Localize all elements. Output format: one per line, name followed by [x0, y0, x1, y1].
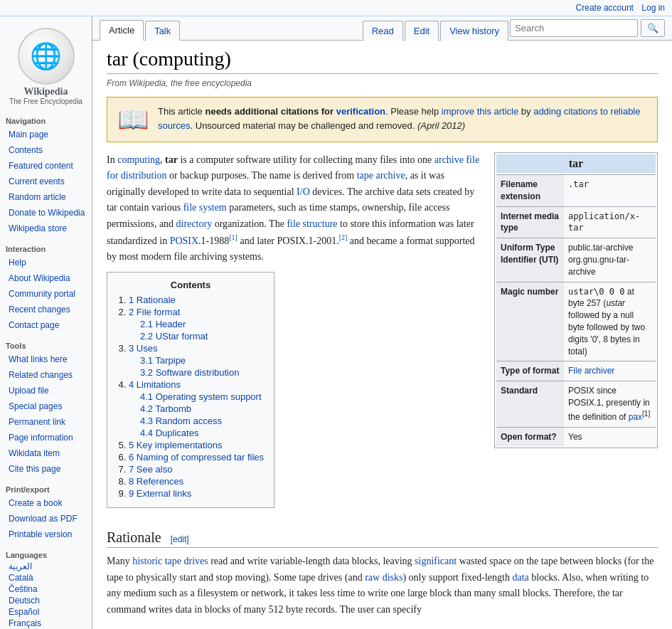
- toc-item-2-2: 2.2 UStar format: [140, 331, 264, 342]
- toc-item-4-3: 4.3 Random access: [140, 416, 264, 426]
- toc-item-2: 2 File format 2.1 Header 2.2 UStar forma…: [129, 307, 264, 342]
- sidebar-item-about[interactable]: About Wikipedia: [0, 270, 92, 286]
- nav-section-title: Navigation: [0, 114, 92, 127]
- lang-deutsch[interactable]: Deutsch: [0, 595, 92, 606]
- sidebar-item-special[interactable]: Special pages: [0, 398, 92, 414]
- toc-item-4-2: 4.2 Tarbomb: [140, 403, 264, 414]
- wikipedia-logo: 🌐: [18, 28, 75, 85]
- toc-list: 1 Rationale 2 File format 2.1 Header 2.2…: [129, 295, 264, 499]
- nav-section: Navigation Main page Contents Featured c…: [0, 114, 92, 236]
- search-input[interactable]: [510, 19, 638, 37]
- wiki-name: Wikipedia: [3, 86, 89, 97]
- lang-francais[interactable]: Français: [0, 618, 92, 629]
- sidebar-logo: 🌐 Wikipedia The Free Encyclopedia: [0, 22, 92, 108]
- sidebar-item-wikidata[interactable]: Wikidata item: [0, 445, 92, 461]
- infobox-row-magic: Magic number ustar\0 0 0 at byte 257 (us…: [496, 282, 656, 361]
- toc-item-3: 3 Uses 3.1 Tarpipe 3.2 Software distribu…: [129, 343, 264, 378]
- sidebar-item-random[interactable]: Random article: [0, 189, 92, 205]
- article: tar (computing) From Wikipedia, the free…: [92, 41, 672, 629]
- infobox-row-type: Type of format File archiver: [496, 361, 656, 381]
- search-bar: 🔍: [510, 16, 665, 40]
- sidebar-item-upload[interactable]: Upload file: [0, 383, 92, 398]
- tab-talk[interactable]: Talk: [145, 21, 180, 41]
- infobox-row-open: Open format? Yes: [496, 427, 656, 447]
- tab-view-history[interactable]: View history: [440, 21, 508, 41]
- create-account-link[interactable]: Create account: [576, 3, 634, 13]
- sidebar-item-current-events[interactable]: Current events: [0, 174, 92, 189]
- sidebar-item-featured[interactable]: Featured content: [0, 158, 92, 174]
- toc-item-4: 4 Limitations 4.1 Operating system suppo…: [129, 379, 264, 438]
- wiki-sub: The Free Encyclopedia: [3, 97, 89, 105]
- sidebar-item-permanent[interactable]: Permanent link: [0, 414, 92, 430]
- sidebar-item-store[interactable]: Wikipedia store: [0, 221, 92, 236]
- tab-article[interactable]: Article: [100, 20, 144, 41]
- print-section: Print/export Create a book Download as P…: [0, 482, 92, 542]
- interaction-section: Interaction Help About Wikipedia Communi…: [0, 242, 92, 333]
- page-tabs: Article Talk Read Edit View history 🔍: [92, 16, 672, 41]
- toc-item-4-4: 4.4 Duplicates: [140, 428, 264, 438]
- notice-text: This article needs additional citations …: [158, 105, 647, 132]
- rationale-heading: Rationale [edit]: [107, 529, 658, 548]
- infobox-row-media-type: Internet media type application/x-tar: [496, 206, 656, 238]
- verification-link[interactable]: verification: [336, 106, 385, 117]
- improve-link[interactable]: improve this article: [442, 106, 518, 117]
- toc-item-1: 1 Rationale: [129, 295, 264, 305]
- sidebar-item-create-book[interactable]: Create a book: [0, 495, 92, 511]
- rationale-edit-link[interactable]: [edit]: [171, 534, 189, 544]
- tab-edit[interactable]: Edit: [405, 21, 439, 41]
- sidebar-item-download-pdf[interactable]: Download as PDF: [0, 511, 92, 527]
- toc-item-5: 5 Key implementations: [129, 440, 264, 450]
- languages-section: Languages العربية Català Čeština Deutsch…: [0, 548, 92, 629]
- infobox-row-standard: Standard POSIX since POSIX.1, presently …: [496, 381, 656, 426]
- interaction-title: Interaction: [0, 242, 92, 255]
- search-button[interactable]: 🔍: [641, 19, 665, 37]
- sidebar-item-recent[interactable]: Recent changes: [0, 302, 92, 317]
- sidebar: 🌐 Wikipedia The Free Encyclopedia Naviga…: [0, 16, 92, 629]
- lang-catala[interactable]: Català: [0, 572, 92, 583]
- infobox-row-uti: Uniform Type Identifier (UTI) public.tar…: [496, 238, 656, 281]
- toc-item-9: 9 External links: [129, 488, 264, 499]
- notice-icon: 📖: [117, 105, 149, 134]
- infobox-row-filename: Filename extension .tar: [496, 174, 656, 206]
- sidebar-item-printable[interactable]: Printable version: [0, 527, 92, 542]
- print-title: Print/export: [0, 482, 92, 495]
- lang-espanol[interactable]: Español: [0, 606, 92, 618]
- toc-title: Contents: [117, 280, 264, 290]
- toc-item-3-1: 3.1 Tarpipe: [140, 355, 264, 366]
- main-content: Article Talk Read Edit View history 🔍 ta…: [92, 16, 672, 629]
- sidebar-item-related-changes[interactable]: Related changes: [0, 367, 92, 383]
- table-of-contents: Contents 1 Rationale 2 File format 2.1 H…: [107, 272, 274, 508]
- sidebar-item-what-links[interactable]: What links here: [0, 352, 92, 367]
- toc-item-4-1: 4.1 Operating system support: [140, 391, 264, 402]
- lang-cestina[interactable]: Čeština: [0, 583, 92, 595]
- top-bar: Create account Log in: [0, 0, 672, 16]
- infobox: tar Filename extension .tar Internet med…: [494, 152, 658, 448]
- toc-item-8: 8 References: [129, 476, 264, 487]
- notice-box: 📖 This article needs additional citation…: [107, 97, 658, 142]
- tab-read[interactable]: Read: [363, 21, 403, 41]
- log-in-link[interactable]: Log in: [641, 3, 665, 13]
- toc-item-2-1: 2.1 Header: [140, 319, 264, 329]
- sidebar-item-donate[interactable]: Donate to Wikipedia: [0, 205, 92, 221]
- page-title: tar (computing): [107, 48, 658, 74]
- sidebar-item-cite[interactable]: Cite this page: [0, 461, 92, 477]
- tools-section: Tools What links here Related changes Up…: [0, 339, 92, 477]
- sidebar-item-community[interactable]: Community portal: [0, 286, 92, 302]
- rationale-body: Many historic tape drives read and write…: [107, 554, 658, 618]
- languages-title: Languages: [0, 548, 92, 561]
- lang-arabic[interactable]: العربية: [0, 561, 92, 572]
- sidebar-item-page-info[interactable]: Page information: [0, 430, 92, 445]
- toc-item-3-2: 3.2 Software distribution: [140, 367, 264, 378]
- toc-item-7: 7 See also: [129, 464, 264, 475]
- sidebar-item-contents[interactable]: Contents: [0, 142, 92, 158]
- sidebar-item-main-page[interactable]: Main page: [0, 127, 92, 142]
- tools-title: Tools: [0, 339, 92, 352]
- sidebar-item-contact[interactable]: Contact page: [0, 317, 92, 333]
- infobox-title: tar: [496, 154, 656, 173]
- sidebar-item-help[interactable]: Help: [0, 255, 92, 270]
- toc-item-6: 6 Naming of compressed tar files: [129, 452, 264, 462]
- from-wiki: From Wikipedia, the free encyclopedia: [107, 78, 658, 88]
